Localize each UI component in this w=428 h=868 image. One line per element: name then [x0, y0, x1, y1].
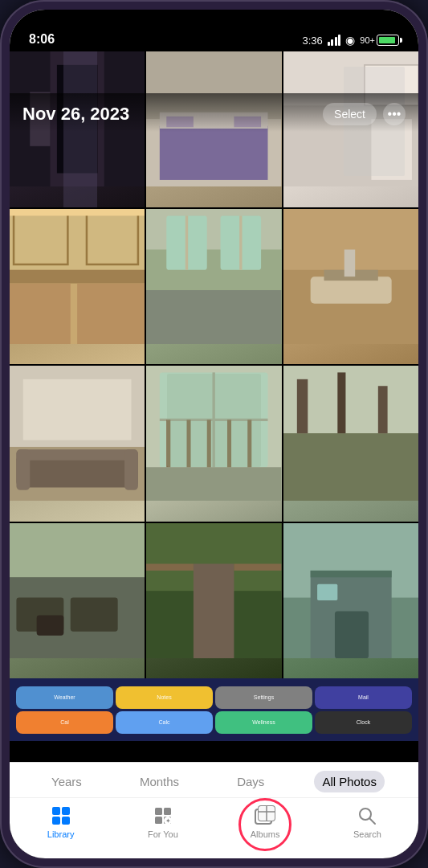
svg-rect-56 [296, 379, 307, 433]
bottom-section: Years Months Days All Photos [10, 762, 418, 858]
nav-tab-library[interactable]: Library [10, 805, 112, 839]
view-tabs: Years Months Days All Photos [10, 763, 418, 798]
tab-allphotos[interactable]: All Photos [314, 771, 385, 792]
battery-icon: 90+ [360, 35, 399, 46]
svg-rect-29 [146, 289, 281, 343]
battery-fill [379, 37, 395, 43]
svg-rect-51 [227, 420, 231, 467]
svg-rect-63 [71, 597, 118, 631]
time-right: 3:36 [303, 35, 323, 47]
photo-cell-4[interactable] [10, 209, 145, 365]
status-right: 3:36 ◉ 90+ [303, 34, 399, 47]
svg-rect-74 [335, 611, 369, 658]
svg-rect-48 [167, 420, 171, 467]
svg-rect-50 [207, 420, 211, 467]
search-label: Search [353, 829, 381, 839]
photo-cell-6[interactable] [283, 209, 418, 365]
dynamic-island [166, 18, 263, 43]
svg-rect-73 [310, 570, 391, 576]
svg-rect-57 [337, 372, 345, 433]
svg-rect-68 [146, 563, 194, 570]
svg-rect-82 [155, 817, 162, 824]
svg-rect-79 [62, 817, 70, 825]
albums-label: Albums [251, 829, 280, 839]
svg-rect-77 [62, 807, 70, 815]
date-header: Nov 26, 2023 Select ••• [10, 93, 418, 132]
select-button[interactable]: Select [323, 103, 377, 125]
photo-cell-8[interactable] [146, 366, 281, 522]
battery-body [377, 35, 399, 46]
svg-rect-78 [52, 817, 60, 825]
screen: 8:06 3:36 ◉ 90+ [10, 10, 418, 858]
bar-4 [338, 35, 340, 46]
svg-rect-86 [255, 809, 271, 824]
svg-rect-6 [160, 126, 268, 180]
svg-rect-47 [146, 467, 281, 501]
svg-rect-49 [187, 420, 191, 467]
search-icon [356, 805, 378, 827]
battery-percent: 90+ [360, 35, 375, 45]
library-icon [50, 805, 72, 827]
photos-content: Nov 26, 2023 Select ••• [10, 51, 418, 858]
photo-cell-12[interactable] [283, 523, 418, 679]
phone-frame: 8:06 3:36 ◉ 90+ [0, 0, 428, 868]
svg-rect-39 [16, 449, 30, 489]
status-bar: 8:06 3:36 ◉ 90+ [10, 10, 418, 51]
date-title: Nov 26, 2023 [22, 104, 129, 125]
signal-bars [328, 35, 341, 46]
foryou-icon: ✦ [152, 805, 174, 827]
status-time: 8:06 [29, 32, 55, 47]
svg-rect-34 [344, 249, 354, 276]
svg-rect-87 [259, 806, 275, 821]
photo-cell-5[interactable] [146, 209, 281, 365]
svg-rect-69 [234, 563, 282, 570]
svg-line-92 [369, 818, 375, 824]
library-label: Library [47, 829, 75, 839]
albums-icon [254, 805, 276, 827]
svg-rect-38 [16, 449, 137, 460]
svg-rect-67 [194, 563, 234, 658]
tab-years[interactable]: Years [43, 771, 90, 792]
photo-cell-10[interactable] [10, 523, 145, 679]
header-buttons: Select ••• [323, 103, 406, 125]
foryou-label: For You [148, 829, 178, 839]
nav-tabs: Library ✦ For You [10, 798, 418, 858]
svg-rect-64 [37, 615, 64, 635]
bar-2 [331, 39, 333, 46]
tab-days[interactable]: Days [229, 771, 272, 792]
svg-rect-76 [52, 807, 60, 815]
svg-rect-19 [77, 283, 145, 344]
photo-cell-7[interactable] [10, 366, 145, 522]
svg-rect-18 [10, 283, 71, 344]
svg-rect-40 [124, 449, 138, 489]
svg-rect-60 [10, 523, 145, 577]
photo-cell-9[interactable] [283, 366, 418, 522]
screenshot-row: Weather Notes Settings Mail Cal Calc Wel… [10, 678, 418, 741]
bar-3 [335, 37, 337, 46]
svg-rect-44 [160, 372, 268, 467]
svg-rect-75 [317, 583, 337, 600]
svg-rect-81 [164, 808, 171, 815]
svg-rect-22 [10, 209, 145, 215]
svg-rect-88 [259, 806, 275, 821]
svg-rect-52 [248, 420, 252, 467]
photo-cell-11[interactable] [146, 523, 281, 679]
nav-tab-albums[interactable]: Albums [214, 805, 316, 839]
svg-text:✦: ✦ [165, 817, 170, 825]
svg-rect-58 [377, 386, 387, 433]
nav-tab-foryou[interactable]: ✦ For You [112, 805, 214, 839]
svg-rect-42 [23, 379, 132, 440]
nav-tab-search[interactable]: Search [316, 805, 418, 839]
svg-rect-17 [10, 269, 145, 283]
bar-1 [328, 42, 330, 46]
svg-rect-16 [10, 209, 145, 270]
svg-rect-80 [155, 808, 162, 815]
wifi-icon: ◉ [345, 34, 355, 47]
svg-rect-55 [283, 433, 418, 501]
more-button[interactable]: ••• [383, 103, 406, 125]
tab-months[interactable]: Months [132, 771, 187, 792]
photo-grid [10, 51, 418, 678]
